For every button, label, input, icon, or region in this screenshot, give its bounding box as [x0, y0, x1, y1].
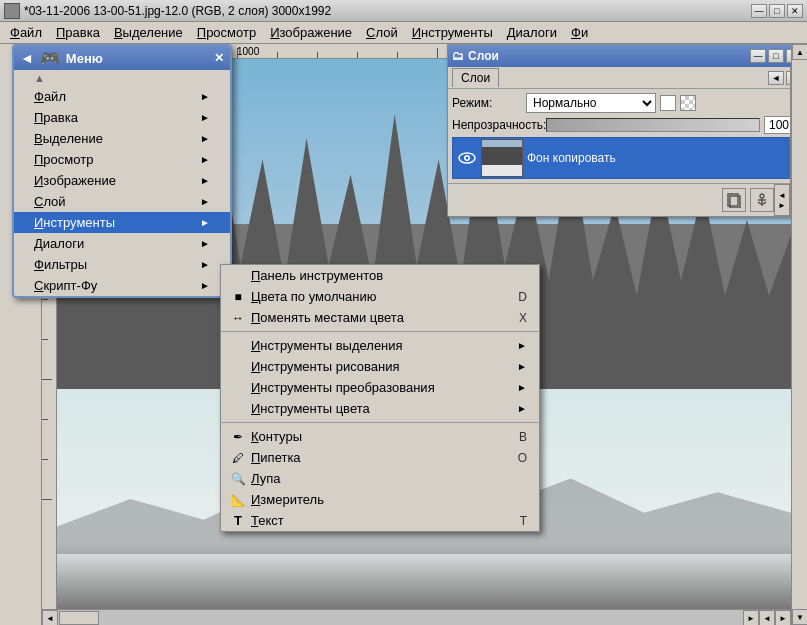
arrow-icon: ► — [200, 91, 210, 102]
menu-item-file[interactable]: Файл ► — [14, 86, 230, 107]
submenu-separator-1 — [221, 331, 539, 332]
arrow-icon: ► — [200, 217, 210, 228]
arrow-icon: ► — [200, 280, 210, 291]
submenu-item-drawing-tools[interactable]: Инструменты рисования ► — [221, 356, 539, 377]
anchor-layer-button[interactable] — [750, 188, 774, 212]
layers-nav-buttons: ◄ ► — [774, 184, 790, 216]
layers-lock-checkbox[interactable] — [660, 95, 676, 111]
layer-thumbnail-0 — [481, 139, 523, 177]
layers-mode-select[interactable]: Нормально Умножение Экран — [526, 93, 656, 113]
title-bar: *03-11-2006 13-00-51.jpg-12.0 (RGB, 2 сл… — [0, 0, 807, 22]
menu-item-image[interactable]: Изображение ► — [14, 170, 230, 191]
submenu-item-toolbox[interactable]: Панель инструментов — [221, 265, 539, 286]
menu-tools[interactable]: Инструменты — [406, 23, 499, 42]
menu-select[interactable]: Выделение — [108, 23, 189, 42]
submenu-item-color-tools[interactable]: Инструменты цвета ► — [221, 398, 539, 419]
window-icon — [4, 3, 20, 19]
submenu-item-measure[interactable]: 📐 Измеритель — [221, 489, 539, 510]
menu-layer[interactable]: Слой — [360, 23, 404, 42]
svg-point-2 — [466, 157, 469, 160]
tools-submenu: Панель инструментов ■ Цвета по умолчанию… — [220, 264, 540, 532]
arrow-icon: ► — [200, 238, 210, 249]
arrow-icon: ► — [200, 175, 210, 186]
layers-nav-right[interactable]: ► — [778, 201, 786, 210]
submenu-item-eyedropper[interactable]: 🖊 Пипетка O — [221, 447, 539, 468]
menu-item-selection[interactable]: Выделение ► — [14, 128, 230, 149]
menu-dialogs[interactable]: Диалоги — [501, 23, 563, 42]
arrow-icon: ► — [200, 196, 210, 207]
layers-opacity-row: Непрозрачность: — [452, 116, 802, 134]
layers-tab-left-btn[interactable]: ◄ — [768, 71, 784, 85]
main-scroll-up[interactable]: ▲ — [792, 44, 807, 60]
layers-dock-button[interactable]: □ — [768, 49, 784, 63]
layers-nav-left[interactable]: ◄ — [778, 191, 786, 200]
menu-item-filters[interactable]: Фильтры ► — [14, 254, 230, 275]
menu-popup: ◄ 🎮 Меню ✕ ▲ Файл ► Правка ► Выделение ►… — [12, 44, 232, 298]
layers-alpha-indicator — [680, 95, 696, 111]
arrow-icon: ► — [200, 259, 210, 270]
layer-visibility-toggle[interactable] — [457, 148, 477, 168]
eyedropper-icon: 🖊 — [229, 451, 247, 465]
submenu-item-default-colors[interactable]: ■ Цвета по умолчанию D — [221, 286, 539, 307]
menu-item-tools[interactable]: Инструменты ► — [14, 212, 230, 233]
menu-popup-close-button[interactable]: ✕ — [214, 51, 224, 65]
main-scroll-track[interactable] — [792, 60, 807, 609]
menu-popup-title-bar: ◄ 🎮 Меню ✕ — [14, 46, 230, 70]
horizontal-scrollbar[interactable]: ◄ ► ◄ ► — [42, 609, 791, 625]
submenu-item-selection-tools[interactable]: Инструменты выделения ► — [221, 335, 539, 356]
arrow-icon: ► — [517, 340, 527, 351]
menu-file[interactable]: Файл — [4, 23, 48, 42]
menu-image[interactable]: Изображение — [264, 23, 358, 42]
text-tool-icon: T — [229, 514, 247, 528]
layers-minimize-button[interactable]: — — [750, 49, 766, 63]
layer-item-0[interactable]: Фон копировать — [452, 137, 802, 179]
layers-toolbar — [448, 183, 806, 216]
menu-popup-left-arrow[interactable]: ◄ — [20, 50, 34, 66]
main-scroll-down[interactable]: ▼ — [792, 609, 807, 625]
layers-icon: 🗂 — [452, 49, 464, 63]
layers-mode-label: Режим: — [452, 96, 522, 110]
menu-item-dialogs[interactable]: Диалоги ► — [14, 233, 230, 254]
submenu-separator-2 — [221, 422, 539, 423]
layers-opacity-slider[interactable] — [546, 118, 760, 132]
submenu-item-paths[interactable]: ✒ Контуры B — [221, 426, 539, 447]
submenu-item-transform-tools[interactable]: Инструменты преобразования ► — [221, 377, 539, 398]
new-layer-icon — [726, 192, 742, 208]
menu-item-edit[interactable]: Правка ► — [14, 107, 230, 128]
menu-scroll-up[interactable]: ▲ — [14, 70, 230, 86]
scroll-right-extra2[interactable]: ► — [775, 610, 791, 625]
new-layer-button[interactable] — [722, 188, 746, 212]
submenu-item-magnify[interactable]: 🔍 Лупа — [221, 468, 539, 489]
title-bar-buttons[interactable]: — □ ✕ — [751, 4, 803, 18]
submenu-item-text[interactable]: T Текст T — [221, 510, 539, 531]
scroll-track-h[interactable] — [58, 610, 743, 625]
menu-item-view[interactable]: Просмотр ► — [14, 149, 230, 170]
close-button[interactable]: ✕ — [787, 4, 803, 18]
menu-item-layer[interactable]: Слой ► — [14, 191, 230, 212]
layers-opacity-label: Непрозрачность: — [452, 118, 542, 132]
menu-filters[interactable]: Фи — [565, 23, 594, 42]
maximize-button[interactable]: □ — [769, 4, 785, 18]
menu-item-scriptfu[interactable]: Скрипт-Фу ► — [14, 275, 230, 296]
right-scrollbar: ▲ ▼ — [791, 44, 807, 625]
layers-tab-bar: Слои ◄ ✕ — [448, 67, 806, 89]
title-bar-left: *03-11-2006 13-00-51.jpg-12.0 (RGB, 2 сл… — [4, 3, 331, 19]
minimize-button[interactable]: — — [751, 4, 767, 18]
tab-layers[interactable]: Слои — [452, 68, 499, 87]
arrow-icon: ► — [200, 112, 210, 123]
svg-point-5 — [760, 194, 764, 198]
layers-title-bar: 🗂 Слои — □ ✕ — [448, 45, 806, 67]
scroll-right-extra1[interactable]: ◄ — [759, 610, 775, 625]
magnify-icon: 🔍 — [229, 472, 247, 486]
paths-icon: ✒ — [229, 430, 247, 444]
menu-popup-title-text: Меню — [66, 51, 103, 66]
menu-icon: 🎮 — [40, 49, 60, 68]
menu-edit[interactable]: Правка — [50, 23, 106, 42]
main-area: 1000 500 — [0, 44, 807, 625]
anchor-icon — [754, 192, 770, 208]
submenu-item-swap-colors[interactable]: ↔ Поменять местами цвета X — [221, 307, 539, 328]
scroll-right-button[interactable]: ► — [743, 610, 759, 625]
menu-bar: Файл Правка Выделение Просмотр Изображен… — [0, 22, 807, 44]
menu-view[interactable]: Просмотр — [191, 23, 262, 42]
scroll-left-button[interactable]: ◄ — [42, 610, 58, 625]
